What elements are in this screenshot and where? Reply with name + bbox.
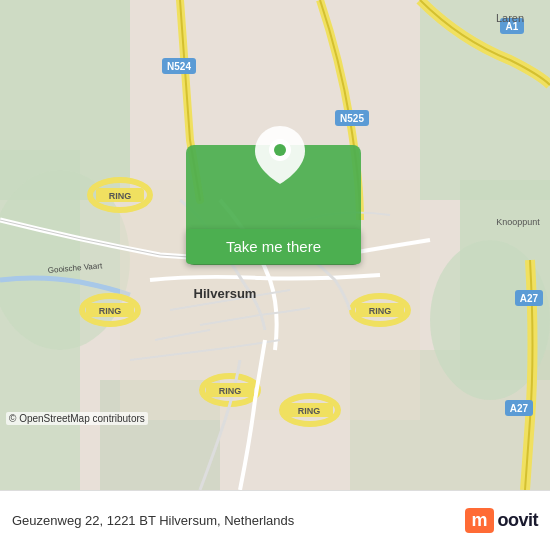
svg-text:A27: A27 (520, 293, 539, 304)
location-pin (255, 130, 305, 180)
map-container: N524 N525 A1 A27 A27 RING RING RING RING… (0, 0, 550, 490)
svg-text:N524: N524 (167, 61, 191, 72)
svg-text:RING: RING (109, 191, 132, 201)
map-copyright: © OpenStreetMap contributors (6, 412, 148, 425)
take-me-there-button[interactable]: Take me there (186, 229, 361, 264)
moovit-brand-name: oovit (498, 510, 539, 531)
svg-text:RING: RING (219, 386, 242, 396)
svg-text:Hilversum: Hilversum (194, 286, 257, 301)
svg-text:RING: RING (369, 306, 392, 316)
moovit-logo: m oovit (465, 508, 538, 533)
svg-text:Knooppunt: Knooppunt (496, 217, 540, 227)
svg-text:A27: A27 (510, 403, 529, 414)
svg-rect-4 (420, 0, 550, 200)
svg-text:RING: RING (99, 306, 122, 316)
moovit-m-letter: m (465, 508, 493, 533)
svg-text:Laren: Laren (496, 12, 524, 24)
svg-text:RING: RING (298, 406, 321, 416)
svg-point-41 (274, 144, 286, 156)
address-text: Geuzenweg 22, 1221 BT Hilversum, Netherl… (12, 513, 294, 528)
svg-text:N525: N525 (340, 113, 364, 124)
info-bar: Geuzenweg 22, 1221 BT Hilversum, Netherl… (0, 490, 550, 550)
